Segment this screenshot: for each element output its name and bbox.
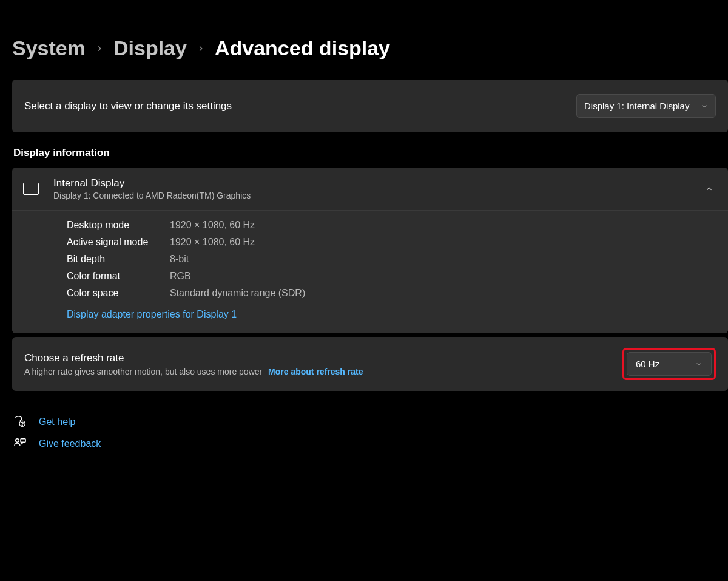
refresh-rate-card: Choose a refresh rate A higher rate give… xyxy=(12,337,728,391)
page-title: Advanced display xyxy=(215,36,390,60)
more-about-refresh-link[interactable]: More about refresh rate xyxy=(268,367,363,376)
chevron-up-icon xyxy=(705,185,713,193)
display-selector-value: Display 1: Internal Display xyxy=(584,101,689,111)
refresh-rate-dropdown[interactable]: 60 Hz xyxy=(627,352,712,376)
info-val: 1920 × 1080, 60 Hz xyxy=(170,237,255,248)
info-key: Active signal mode xyxy=(67,237,170,248)
svg-point-1 xyxy=(22,425,22,426)
info-val: RGB xyxy=(170,271,191,282)
chevron-down-icon xyxy=(701,103,708,110)
refresh-rate-highlight: 60 Hz xyxy=(622,348,716,380)
chevron-right-icon xyxy=(95,44,104,53)
get-help-link[interactable]: Get help xyxy=(13,415,728,429)
info-row: Color space Standard dynamic range (SDR) xyxy=(67,285,713,302)
help-icon xyxy=(13,415,27,429)
monitor-icon xyxy=(23,183,39,195)
info-val: 1920 × 1080, 60 Hz xyxy=(170,220,255,231)
info-key: Color format xyxy=(67,271,170,282)
section-title-display-info: Display information xyxy=(13,147,728,159)
footer-links: Get help Give feedback xyxy=(12,415,728,450)
info-val: 8-bit xyxy=(170,254,189,265)
breadcrumb: System Display Advanced display xyxy=(12,36,728,60)
give-feedback-link[interactable]: Give feedback xyxy=(13,437,728,450)
display-info-title: Internal Display xyxy=(53,177,705,189)
info-row: Bit depth 8-bit xyxy=(67,251,713,268)
info-key: Color space xyxy=(67,288,170,299)
info-row: Desktop mode 1920 × 1080, 60 Hz xyxy=(67,217,713,234)
display-info-details: Desktop mode 1920 × 1080, 60 Hz Active s… xyxy=(12,210,728,333)
svg-point-2 xyxy=(16,439,19,443)
info-key: Bit depth xyxy=(67,254,170,265)
info-row: Color format RGB xyxy=(67,268,713,285)
info-key: Desktop mode xyxy=(67,220,170,231)
feedback-icon xyxy=(13,437,27,450)
breadcrumb-system[interactable]: System xyxy=(12,36,86,60)
display-info-card: Internal Display Display 1: Connected to… xyxy=(12,168,728,333)
adapter-properties-link[interactable]: Display adapter properties for Display 1 xyxy=(67,309,237,320)
select-display-card: Select a display to view or change its s… xyxy=(12,80,728,132)
info-val: Standard dynamic range (SDR) xyxy=(170,288,305,299)
chevron-right-icon xyxy=(197,44,205,53)
get-help-label: Get help xyxy=(39,416,75,427)
display-info-subtitle: Display 1: Connected to AMD Radeon(TM) G… xyxy=(53,191,705,200)
svg-rect-3 xyxy=(21,439,25,443)
refresh-rate-value: 60 Hz xyxy=(636,359,659,369)
give-feedback-label: Give feedback xyxy=(39,438,101,449)
display-info-header[interactable]: Internal Display Display 1: Connected to… xyxy=(12,168,728,210)
select-display-label: Select a display to view or change its s… xyxy=(24,100,232,112)
refresh-rate-subtitle: A higher rate gives smoother motion, but… xyxy=(24,367,622,376)
info-row: Active signal mode 1920 × 1080, 60 Hz xyxy=(67,234,713,251)
display-selector-dropdown[interactable]: Display 1: Internal Display xyxy=(576,94,716,118)
breadcrumb-display[interactable]: Display xyxy=(113,36,187,60)
refresh-rate-title: Choose a refresh rate xyxy=(24,352,622,364)
chevron-down-icon xyxy=(695,361,703,368)
